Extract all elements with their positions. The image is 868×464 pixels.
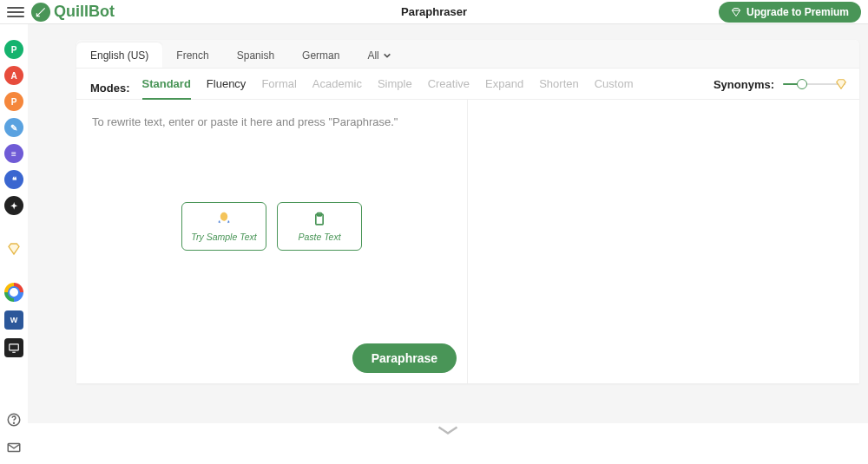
wave-icon: [215, 211, 233, 228]
sidebar-item-citation[interactable]: ❝: [4, 170, 23, 189]
sidebar-item-word[interactable]: W: [4, 310, 23, 330]
svg-point-2: [14, 422, 15, 423]
sidebar-item-grammar[interactable]: A: [4, 66, 23, 85]
mode-formal[interactable]: Formal: [261, 77, 296, 100]
mode-shorten[interactable]: Shorten: [539, 77, 579, 100]
slider-handle-icon[interactable]: [797, 79, 807, 89]
synonyms-control: Synonyms:: [713, 78, 845, 99]
language-tabs: English (US)FrenchSpanishGermanAll: [76, 40, 859, 69]
main-area: English (US)FrenchSpanishGermanAll Modes…: [28, 24, 868, 423]
language-tab-english-us-[interactable]: English (US): [76, 42, 162, 68]
mode-academic[interactable]: Academic: [312, 77, 362, 100]
synonyms-label: Synonyms:: [713, 78, 774, 91]
sidebar-item-premium[interactable]: [4, 239, 23, 258]
menu-icon[interactable]: [7, 3, 24, 21]
help-icon[interactable]: [6, 412, 22, 428]
modes-label: Modes:: [90, 82, 130, 95]
sidebar-item-cowriter[interactable]: ✎: [4, 118, 23, 137]
synonyms-slider[interactable]: [783, 78, 845, 90]
paste-text-label: Paste Text: [298, 232, 340, 242]
quill-icon: [31, 3, 50, 22]
mode-fluency[interactable]: Fluency: [207, 77, 247, 100]
upgrade-label: Upgrade to Premium: [746, 6, 849, 18]
sidebar-item-translator[interactable]: ✦: [4, 196, 23, 215]
expand-section: [28, 422, 868, 438]
svg-rect-0: [10, 344, 19, 350]
mode-expand[interactable]: Expand: [485, 77, 523, 100]
input-pane[interactable]: To rewrite text, enter or paste it here …: [76, 100, 468, 383]
sidebar-item-chrome[interactable]: [4, 283, 23, 302]
modes-row: Modes: StandardFluencyFormalAcademicSimp…: [76, 69, 859, 100]
sidebar-item-summarizer[interactable]: ≡: [4, 144, 23, 163]
mode-creative[interactable]: Creative: [428, 77, 470, 100]
mail-icon[interactable]: [6, 440, 22, 455]
language-tab-german[interactable]: German: [288, 42, 353, 68]
diamond-icon: [731, 7, 741, 17]
editor-split: To rewrite text, enter or paste it here …: [76, 100, 859, 383]
sidebar-item-plagiarism[interactable]: P: [4, 92, 23, 111]
chevron-down-icon[interactable]: [436, 422, 460, 438]
upgrade-button[interactable]: Upgrade to Premium: [719, 2, 861, 23]
paraphrase-button[interactable]: Paraphrase: [352, 343, 457, 373]
output-pane: [468, 100, 859, 383]
language-tab-all[interactable]: All: [353, 42, 404, 68]
language-tab-french[interactable]: French: [162, 42, 222, 68]
brand-name: QuillBot: [54, 3, 115, 21]
mode-simple[interactable]: Simple: [378, 77, 412, 100]
try-sample-label: Try Sample Text: [191, 232, 256, 242]
left-sidebar: PAP✎≡❝✦ W: [0, 24, 28, 464]
sidebar-item-paraphraser[interactable]: P: [4, 40, 23, 59]
slider-premium-icon: [835, 78, 847, 90]
page-title: Paraphraser: [401, 5, 467, 18]
sidebar-item-desktop[interactable]: [4, 338, 23, 357]
input-placeholder: To rewrite text, enter or paste it here …: [92, 115, 451, 128]
clipboard-icon: [311, 211, 328, 228]
chevron-down-icon: [383, 51, 391, 60]
brand-logo[interactable]: QuillBot: [31, 3, 115, 22]
language-tab-spanish[interactable]: Spanish: [223, 42, 288, 68]
try-sample-button[interactable]: Try Sample Text: [181, 202, 266, 251]
paraphraser-panel: English (US)FrenchSpanishGermanAll Modes…: [76, 40, 859, 383]
mode-custom[interactable]: Custom: [595, 77, 634, 100]
mode-standard[interactable]: Standard: [142, 77, 191, 100]
top-bar: QuillBot Paraphraser Upgrade to Premium: [0, 0, 868, 24]
paste-text-button[interactable]: Paste Text: [277, 202, 362, 251]
